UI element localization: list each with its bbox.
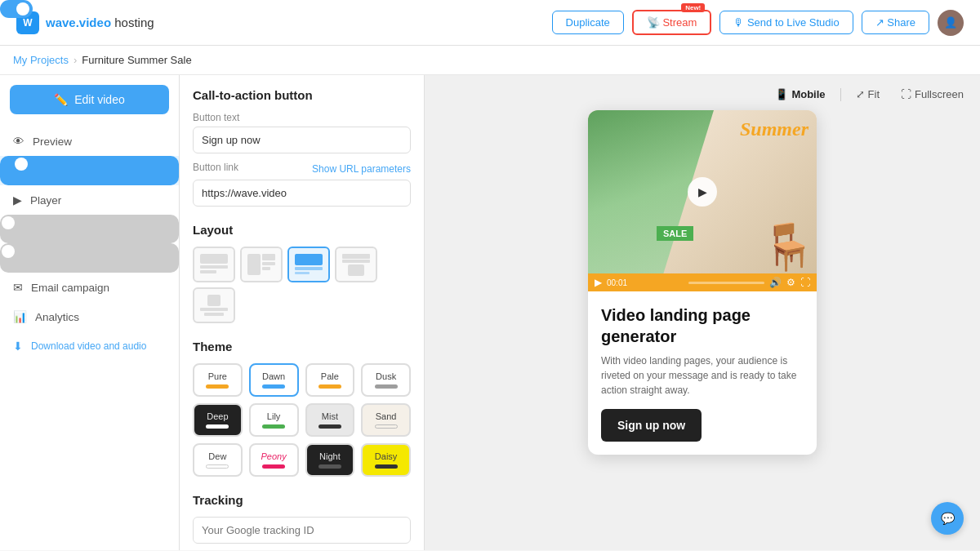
svg-rect-5 bbox=[262, 262, 275, 265]
svg-rect-13 bbox=[207, 295, 220, 306]
sale-badge: SALE bbox=[657, 226, 693, 241]
layout-title: Layout bbox=[193, 223, 411, 237]
header-right: Duplicate New! 📡 Stream 🎙 Send to Live S… bbox=[552, 10, 964, 36]
send-icon: 🎙 bbox=[733, 16, 744, 29]
video-controls: ▶ 00:01 🔊 ⚙ ⛶ bbox=[588, 273, 817, 291]
link-row: Button link Show URL parameters bbox=[193, 162, 411, 176]
theme-peony[interactable]: Peony bbox=[249, 443, 299, 477]
cta-title: Call-to-action button bbox=[193, 88, 411, 102]
expand-button[interactable]: ⛶ bbox=[800, 277, 810, 288]
cta-section: Call-to-action button Button text Button… bbox=[193, 88, 411, 207]
summer-text: Summer bbox=[740, 118, 808, 140]
edit-icon: ✏️ bbox=[54, 93, 68, 106]
landing-cta-button[interactable]: Sign up now bbox=[601, 409, 702, 442]
button-link-label: Button link bbox=[193, 162, 238, 173]
preview-divider bbox=[840, 88, 841, 101]
sidebar-item-preview[interactable]: 👁 Preview bbox=[0, 127, 179, 156]
fullscreen-button[interactable]: ⛶ Fullscreen bbox=[894, 85, 970, 104]
theme-sand[interactable]: Sand bbox=[361, 403, 411, 437]
layout-option-4[interactable] bbox=[335, 247, 377, 282]
svg-rect-11 bbox=[342, 254, 370, 259]
svg-rect-15 bbox=[204, 313, 224, 316]
breadcrumb: My Projects › Furniture Summer Sale bbox=[0, 46, 980, 75]
chat-icon: 💬 bbox=[941, 512, 955, 525]
sidebar-item-download[interactable]: ⬇ Download video and audio bbox=[0, 331, 179, 361]
layout-option-2[interactable] bbox=[240, 247, 283, 282]
theme-deep[interactable]: Deep bbox=[193, 403, 243, 437]
mobile-view-button[interactable]: 📱 Mobile bbox=[768, 85, 831, 104]
sidebar-item-player[interactable]: ▶ Player bbox=[0, 185, 179, 215]
play-icon: ▶ bbox=[13, 193, 22, 207]
show-url-params[interactable]: Show URL parameters bbox=[312, 163, 411, 175]
theme-dawn[interactable]: Dawn bbox=[249, 363, 299, 397]
fullscreen-icon: ⛶ bbox=[901, 88, 911, 100]
video-progress-bar[interactable] bbox=[688, 282, 765, 284]
layout-option-1[interactable] bbox=[193, 247, 235, 282]
duplicate-button[interactable]: Duplicate bbox=[552, 11, 624, 34]
theme-pale[interactable]: Pale bbox=[305, 363, 355, 397]
play-ctrl-button[interactable]: ▶ bbox=[595, 277, 602, 288]
volume-button[interactable]: 🔊 bbox=[769, 277, 782, 288]
sidebar-item-embed[interactable]: </> Embed bbox=[0, 215, 179, 243]
sidebar-item-email-campaign[interactable]: ✉ Email campaign bbox=[0, 273, 179, 302]
tracking-section: Tracking bbox=[193, 493, 411, 544]
header: W wave.video hosting Duplicate New! 📡 St… bbox=[0, 0, 980, 46]
header-left: W wave.video hosting bbox=[16, 11, 154, 34]
eye-icon: 👁 bbox=[13, 136, 24, 148]
video-thumbnail: Summer ▶ SALE 🪑 bbox=[588, 110, 817, 273]
edit-video-button[interactable]: ✏️ Edit video bbox=[10, 85, 169, 114]
button-text-label: Button text bbox=[193, 112, 411, 123]
svg-rect-4 bbox=[262, 254, 275, 260]
theme-dusk[interactable]: Dusk bbox=[361, 363, 411, 397]
bar-chart-icon: 📊 bbox=[13, 310, 27, 323]
theme-pure[interactable]: Pure bbox=[193, 363, 243, 397]
content-panel: Call-to-action button Button text Button… bbox=[180, 75, 425, 550]
mail-icon: ✉ bbox=[13, 281, 23, 294]
theme-lily[interactable]: Lily bbox=[249, 403, 299, 437]
theme-mist[interactable]: Mist bbox=[305, 403, 355, 437]
chair: 🪑 bbox=[760, 220, 817, 273]
theme-daisy[interactable]: Daisy bbox=[361, 443, 411, 477]
svg-rect-14 bbox=[200, 308, 228, 311]
sidebar-item-analytics[interactable]: 📊 Analytics bbox=[0, 302, 179, 331]
layout-section: Layout bbox=[193, 223, 411, 323]
svg-rect-1 bbox=[200, 265, 228, 269]
chat-button[interactable]: 💬 bbox=[931, 502, 964, 535]
logo-text: wave.video hosting bbox=[46, 16, 154, 29]
svg-rect-6 bbox=[262, 267, 270, 270]
preview-area: 📱 Mobile ⤢ Fit ⛶ Fullscreen Summer bbox=[425, 75, 980, 550]
sidebar-item-password[interactable]: 🔒 Password bbox=[0, 243, 179, 273]
video-play-button[interactable]: ▶ bbox=[688, 177, 717, 207]
fit-button[interactable]: ⤢ Fit bbox=[849, 85, 886, 104]
sidebar-item-landing-page[interactable]: 📄 Landing page bbox=[0, 156, 179, 185]
breadcrumb-separator: › bbox=[74, 54, 77, 66]
svg-rect-0 bbox=[200, 254, 228, 264]
preview-toolbar: 📱 Mobile ⤢ Fit ⛶ Fullscreen bbox=[768, 85, 970, 104]
theme-title: Theme bbox=[193, 340, 411, 353]
mobile-preview: Summer ▶ SALE 🪑 ▶ 00:01 🔊 ⚙ ⛶ bbox=[588, 110, 817, 455]
layout-option-3[interactable] bbox=[287, 247, 330, 282]
theme-night[interactable]: Night bbox=[305, 443, 355, 477]
landing-description: With video landing pages, your audience … bbox=[601, 353, 804, 398]
mobile-icon: 📱 bbox=[775, 88, 788, 100]
fit-icon: ⤢ bbox=[856, 88, 865, 100]
send-to-live-button[interactable]: 🎙 Send to Live Studio bbox=[719, 11, 853, 34]
stream-button[interactable]: New! 📡 Stream bbox=[632, 10, 712, 35]
share-button[interactable]: ↗ Share bbox=[862, 11, 929, 34]
breadcrumb-parent[interactable]: My Projects bbox=[13, 54, 69, 66]
tracking-input[interactable] bbox=[193, 517, 411, 544]
tracking-title: Tracking bbox=[193, 493, 411, 507]
button-link-input[interactable] bbox=[193, 180, 411, 207]
button-text-input[interactable] bbox=[193, 127, 411, 153]
avatar[interactable]: 👤 bbox=[938, 10, 964, 36]
theme-dew[interactable]: Dew bbox=[193, 443, 243, 477]
svg-rect-10 bbox=[342, 260, 370, 263]
landing-content: Video landing page generator With video … bbox=[588, 291, 817, 455]
settings-button[interactable]: ⚙ bbox=[786, 277, 795, 288]
svg-rect-12 bbox=[348, 264, 364, 276]
svg-rect-9 bbox=[295, 272, 310, 274]
main: ✏️ Edit video 👁 Preview 📄 Landing page ▶… bbox=[0, 75, 980, 550]
layout-option-5[interactable] bbox=[193, 287, 235, 323]
download-icon: ⬇ bbox=[13, 340, 23, 353]
svg-rect-8 bbox=[295, 267, 323, 270]
